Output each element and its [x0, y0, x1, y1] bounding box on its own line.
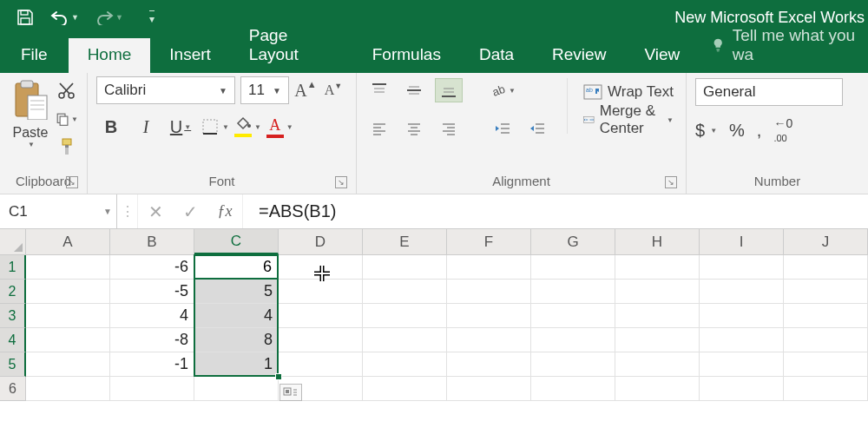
cell-F6[interactable] — [447, 377, 531, 401]
qat-customize-icon[interactable]: ▾ — [149, 10, 155, 25]
name-box[interactable]: C1 ▼ — [0, 194, 117, 228]
cell-B3[interactable]: 4 — [110, 304, 194, 328]
cell-C2[interactable]: 5 — [194, 280, 279, 304]
cell-G3[interactable] — [531, 304, 615, 328]
cell-F3[interactable] — [447, 304, 531, 328]
cell-D4[interactable] — [279, 328, 363, 352]
redo-dropdown-icon[interactable]: ▼ — [115, 13, 123, 22]
insert-function-button[interactable]: ƒx — [207, 194, 242, 228]
col-header-A[interactable]: A — [26, 229, 110, 254]
cell-A3[interactable] — [26, 304, 110, 328]
undo-icon[interactable] — [50, 8, 69, 27]
increase-decimal-button[interactable]: ←0.00 — [773, 116, 792, 144]
select-all-corner[interactable] — [0, 229, 26, 254]
col-header-D[interactable]: D — [279, 229, 363, 254]
cell-I6[interactable] — [700, 377, 784, 401]
comma-format-button[interactable]: , — [757, 121, 762, 141]
fill-color-button[interactable]: ▼ — [234, 116, 261, 137]
cell-A1[interactable] — [26, 255, 110, 280]
col-header-I[interactable]: I — [700, 229, 784, 254]
cell-G6[interactable] — [531, 377, 615, 401]
cell-C3[interactable]: 4 — [194, 304, 279, 328]
number-format-combo[interactable]: General — [695, 78, 843, 106]
cell-C6[interactable] — [194, 377, 279, 401]
orientation-button[interactable]: ab▼ — [489, 78, 516, 102]
cell-E4[interactable] — [363, 328, 447, 352]
cell-B2[interactable]: -5 — [110, 280, 194, 304]
tell-me[interactable]: Tell me what you wa — [699, 19, 868, 73]
cell-E5[interactable] — [363, 352, 447, 377]
cell-C1[interactable] — [194, 255, 279, 280]
cell-F2[interactable] — [447, 280, 531, 304]
cell-I5[interactable] — [700, 352, 784, 377]
col-header-J[interactable]: J — [784, 229, 868, 254]
cell-H1[interactable] — [615, 255, 700, 280]
row-header-6[interactable]: 6 — [0, 377, 26, 401]
row-header-5[interactable]: 5 — [0, 352, 26, 377]
cell-B4[interactable]: -8 — [110, 328, 194, 352]
decrease-indent-button[interactable] — [489, 116, 516, 141]
cell-G5[interactable] — [531, 352, 615, 377]
decrease-font-size-button[interactable]: A▼ — [322, 82, 345, 98]
tab-formulas[interactable]: Formulas — [353, 38, 460, 73]
cell-I3[interactable] — [700, 304, 784, 328]
cell-D5[interactable] — [279, 352, 363, 377]
cell-G4[interactable] — [531, 328, 615, 352]
cell-H3[interactable] — [615, 304, 700, 328]
cell-J6[interactable] — [784, 377, 868, 401]
align-middle-button[interactable] — [400, 78, 428, 102]
cell-B1[interactable]: -6 — [110, 255, 194, 280]
cell-F1[interactable] — [447, 255, 531, 280]
cell-H5[interactable] — [615, 352, 700, 377]
cell-I1[interactable] — [700, 255, 784, 280]
undo-dropdown-icon[interactable]: ▼ — [71, 13, 79, 22]
align-center-button[interactable] — [400, 116, 428, 141]
underline-button[interactable]: U▼ — [166, 114, 195, 140]
increase-font-size-button[interactable]: A▲ — [294, 81, 317, 101]
cell-J1[interactable] — [784, 255, 868, 280]
col-header-C[interactable]: C — [194, 229, 279, 254]
italic-button[interactable]: I — [131, 114, 161, 140]
font-name-combo[interactable]: Calibri▼ — [96, 76, 235, 104]
tab-page-layout[interactable]: Page Layout — [230, 19, 353, 73]
cell-J5[interactable] — [784, 352, 868, 377]
name-box-dropdown-icon[interactable]: ▼ — [99, 207, 116, 216]
cell-H4[interactable] — [615, 328, 700, 352]
tab-insert[interactable]: Insert — [150, 38, 230, 73]
cell-I4[interactable] — [700, 328, 784, 352]
cell-E1[interactable] — [363, 255, 447, 280]
cell-B6[interactable] — [110, 377, 194, 401]
cell-A5[interactable] — [26, 352, 110, 377]
font-color-button[interactable]: A ▼ — [266, 116, 293, 138]
cell-J4[interactable] — [784, 328, 868, 352]
cell-J2[interactable] — [784, 280, 868, 304]
align-left-button[interactable] — [365, 116, 393, 141]
borders-button[interactable]: ▼ — [201, 117, 229, 136]
row-header-3[interactable]: 3 — [0, 304, 26, 328]
cancel-formula-button[interactable]: ✕ — [138, 194, 173, 228]
cell-J3[interactable] — [784, 304, 868, 328]
col-header-G[interactable]: G — [531, 229, 615, 254]
cell-A6[interactable] — [26, 377, 110, 401]
accounting-format-button[interactable]: $▼ — [695, 121, 717, 141]
cell-F4[interactable] — [447, 328, 531, 352]
accept-formula-button[interactable]: ✓ — [173, 194, 207, 228]
increase-indent-button[interactable] — [523, 116, 551, 141]
cut-button[interactable] — [56, 80, 78, 102]
tab-file[interactable]: File — [0, 38, 69, 73]
cell-E6[interactable] — [363, 377, 447, 401]
font-dialog-launcher[interactable]: ↘ — [335, 176, 347, 188]
percent-format-button[interactable]: % — [729, 121, 745, 141]
clipboard-dialog-launcher[interactable]: ↘ — [66, 176, 78, 188]
align-bottom-button[interactable] — [435, 78, 463, 102]
paste-button[interactable]: Paste ▼ — [9, 78, 52, 148]
col-header-F[interactable]: F — [447, 229, 531, 254]
tab-view[interactable]: View — [625, 38, 699, 73]
cell-D3[interactable] — [279, 304, 363, 328]
bold-button[interactable]: B — [96, 114, 126, 140]
row-header-4[interactable]: 4 — [0, 328, 26, 352]
format-painter-button[interactable] — [56, 135, 78, 158]
merge-center-button[interactable]: Merge & Center ▼ — [580, 106, 677, 134]
row-header-2[interactable]: 2 — [0, 280, 26, 304]
cell-E3[interactable] — [363, 304, 447, 328]
